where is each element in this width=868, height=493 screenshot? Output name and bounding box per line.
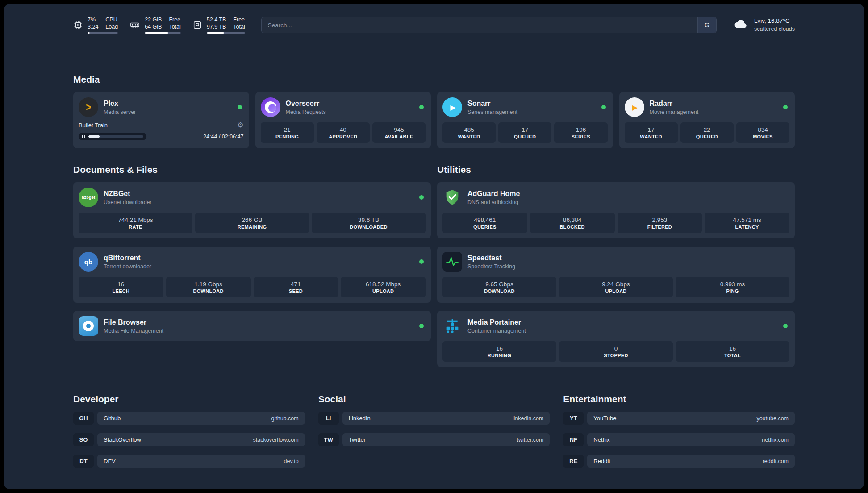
stat-tile: 21PENDING: [261, 122, 314, 143]
section-title-utilities: Utilities: [437, 164, 795, 175]
app-name: NZBGet: [104, 189, 414, 198]
gear-icon[interactable]: ⚙: [237, 121, 243, 129]
app-name: qBittorrent: [104, 254, 414, 262]
search-input[interactable]: [262, 17, 697, 33]
bookmark-abbr: SO: [73, 433, 94, 446]
stat-tile: 47.571 msLATENCY: [705, 213, 789, 233]
app-card-radarr[interactable]: ▶ Radarr Movie management 17WANTED 22QUE…: [619, 92, 795, 148]
qbittorrent-icon: qb: [79, 252, 98, 272]
section-title-social: Social: [318, 394, 550, 405]
memory-usage-bar: [145, 32, 181, 34]
cloud-icon: [733, 18, 749, 32]
stat-label: MOVIES: [753, 134, 773, 139]
status-dot: [601, 105, 606, 109]
stat-tile: 16LEECH: [79, 277, 163, 297]
bookmark-url: reddit.com: [763, 458, 789, 464]
app-desc: Media server: [104, 109, 232, 115]
stat-tile: 744.21 MbpsRATE: [79, 213, 192, 233]
bookmark-url: dev.to: [284, 458, 299, 464]
play-glyph: ▶: [449, 103, 455, 112]
app-card-adguard[interactable]: AdGuard Home DNS and adblocking 498,461Q…: [437, 182, 795, 238]
stat-tile: 17QUEUED: [498, 122, 551, 143]
stat-tile: 22QUEUED: [680, 122, 734, 143]
app-desc: Series management: [467, 109, 596, 115]
stat-value: 1.19 Gbps: [194, 281, 222, 288]
storage-free-value: 52.4 TB: [207, 16, 226, 23]
stat-label: SEED: [289, 288, 303, 294]
bookmark-linkedin[interactable]: LI LinkedInlinkedin.com: [318, 412, 550, 425]
storage-usage-bar: [207, 32, 245, 34]
app-card-plex[interactable]: > Plex Media server Bullet Train ⚙: [73, 92, 249, 148]
bookmark-stackoverflow[interactable]: SO StackOverflowstackoverflow.com: [73, 433, 305, 446]
stat-value: 16: [117, 281, 124, 288]
app-card-sonarr[interactable]: ▶ Sonarr Series management 485WANTED 17Q…: [437, 92, 613, 148]
section-title-developer: Developer: [73, 394, 305, 405]
bookmark-url: youtube.com: [756, 415, 789, 422]
app-card-nzbget[interactable]: nzbget NZBGet Usenet downloader 744.21 M…: [73, 182, 431, 238]
search-provider-button[interactable]: G: [697, 17, 716, 33]
stat-label: SERIES: [572, 134, 590, 139]
bookmark-name: StackOverflow: [104, 436, 141, 443]
memory-total-label: Total: [169, 23, 180, 30]
app-card-qbittorrent[interactable]: qb qBittorrent Torrent downloader 16LEEC…: [73, 246, 431, 303]
weather-location: Lviv, 16.87°C: [754, 17, 795, 25]
search-bar: G: [261, 17, 717, 33]
bookmark-reddit[interactable]: RE Redditreddit.com: [563, 455, 795, 468]
stat-value: 485: [464, 126, 474, 133]
stat-tile: 196SERIES: [554, 122, 607, 143]
stat-value: 0: [614, 345, 618, 352]
cpu-load-value: 3.24: [88, 23, 98, 30]
stat-value: 0.993 ms: [720, 281, 745, 288]
pause-icon[interactable]: [82, 135, 85, 138]
stat-label: DOWNLOADED: [350, 224, 387, 230]
nzbget-icon: nzbget: [79, 188, 98, 207]
app-card-speedtest[interactable]: Speedtest Speedtest Tracking 9.65 GbpsDO…: [437, 246, 795, 303]
bookmark-url: netflix.com: [762, 437, 789, 443]
stat-tile: 618.52 MbpsUPLOAD: [341, 277, 426, 297]
app-card-filebrowser[interactable]: File Browser Media File Management: [73, 311, 431, 341]
stat-label: REMAINING: [238, 224, 267, 230]
memory-free-label: Free: [169, 16, 180, 23]
bookmark-name: DEV: [104, 458, 116, 464]
storage-total-label: Total: [233, 23, 245, 30]
stat-value: 945: [394, 126, 404, 133]
stat-value: 834: [758, 126, 768, 133]
app-name: Media Portainer: [467, 318, 778, 326]
app-card-portainer[interactable]: Media Portainer Container management 16R…: [437, 311, 795, 367]
stat-value: 17: [522, 126, 528, 133]
disk-icon: [192, 20, 202, 30]
bookmark-youtube[interactable]: YT YouTubeyoutube.com: [563, 412, 795, 425]
app-desc: Media Requests: [286, 109, 414, 115]
memory-total-value: 64 GiB: [145, 23, 162, 30]
stat-tile: 266 GBREMAINING: [195, 213, 309, 233]
plex-icon: >: [79, 97, 98, 117]
weather-widget: Lviv, 16.87°C scattered clouds: [733, 17, 795, 33]
bookmark-github[interactable]: GH Githubgithub.com: [73, 412, 305, 425]
stat-value: 2,953: [652, 217, 667, 223]
stat-value: 40: [340, 126, 346, 133]
stat-label: QUEUED: [696, 134, 718, 139]
stat-label: TOTAL: [724, 353, 741, 358]
stat-tile: 40APPROVED: [317, 122, 370, 143]
playback-progress-bar[interactable]: [79, 133, 146, 140]
weather-condition: scattered clouds: [754, 25, 795, 33]
stat-value: 744.21 Mbps: [118, 217, 153, 223]
bookmark-name: LinkedIn: [349, 415, 371, 422]
filebrowser-icon: [79, 316, 98, 336]
stat-tile: 9.24 GbpsUPLOAD: [559, 277, 673, 297]
stat-label: DOWNLOAD: [484, 288, 514, 294]
bookmark-twitter[interactable]: TW Twittertwitter.com: [318, 433, 550, 446]
stat-value: 86,384: [563, 217, 581, 223]
status-dot: [419, 105, 424, 109]
bookmark-url: linkedin.com: [513, 415, 543, 422]
bookmark-netflix[interactable]: NF Netflixnetflix.com: [563, 433, 795, 446]
stat-value: 39.6 TB: [358, 217, 379, 223]
stat-value: 498,461: [474, 217, 496, 223]
top-bar: 7% 3.24 CPU Load: [73, 15, 795, 35]
status-dot: [783, 105, 788, 109]
app-card-overseerr[interactable]: Overseerr Media Requests 21PENDING 40APP…: [255, 92, 431, 148]
stat-value: 9.65 Gbps: [485, 281, 513, 288]
plex-chevron-glyph: >: [86, 101, 91, 113]
stat-label: QUEUED: [514, 134, 536, 139]
bookmark-dev[interactable]: DT DEVdev.to: [73, 455, 305, 468]
